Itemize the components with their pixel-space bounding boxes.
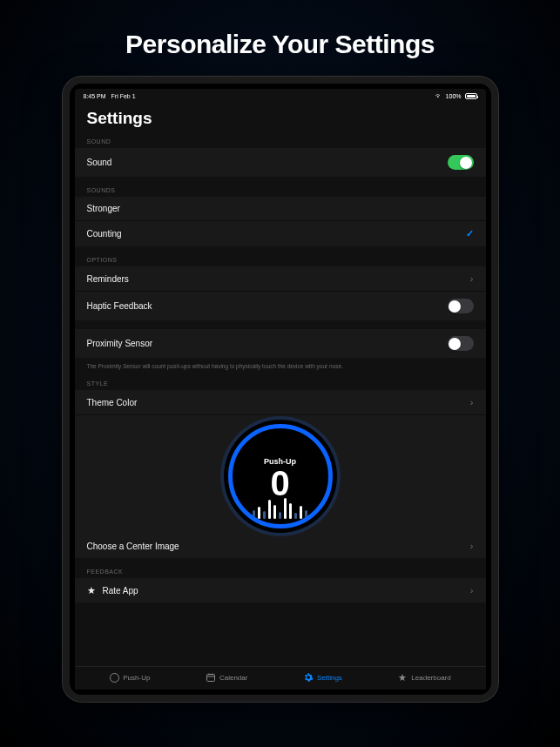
section-header-sounds: SOUNDS	[75, 178, 486, 197]
section-header-style: STYLE	[75, 372, 486, 390]
hero-title: Personalize Your Settings	[0, 0, 560, 77]
row-theme-color[interactable]: Theme Color ›	[75, 390, 486, 415]
ring-icon	[109, 672, 119, 683]
checkmark-icon: ✓	[466, 228, 474, 239]
row-sound-option-counting[interactable]: Counting ✓	[75, 221, 486, 246]
chevron-right-icon: ›	[470, 397, 474, 407]
svg-rect-0	[206, 675, 214, 682]
battery-pct: 100%	[446, 93, 462, 99]
row-label: Stronger	[87, 204, 120, 213]
widget-bars	[233, 493, 328, 519]
row-label: Theme Color	[87, 398, 138, 407]
row-label: Proximity Sensor	[87, 339, 153, 348]
tab-label: Push-Up	[123, 674, 150, 682]
chevron-right-icon: ›	[470, 585, 474, 596]
status-date: Fri Feb 1	[111, 93, 136, 99]
row-label: Rate App	[103, 586, 138, 596]
section-header-feedback: FEEDBACK	[75, 560, 486, 578]
pushup-counter-widget: Push-Up 0	[228, 424, 333, 528]
page-title: Settings	[75, 102, 486, 133]
tab-label: Settings	[317, 674, 342, 682]
row-label: Choose a Center Image	[87, 542, 179, 551]
toggle-sound[interactable]	[448, 155, 474, 170]
row-proximity[interactable]: Proximity Sensor	[75, 329, 486, 358]
status-bar: 8:45 PM Fri Feb 1 ᯤ 100%	[75, 89, 486, 102]
tab-leaderboard[interactable]: ★ Leaderboard	[397, 672, 450, 683]
tab-label: Leaderboard	[411, 674, 450, 682]
chevron-right-icon: ›	[470, 273, 474, 284]
battery-icon	[465, 93, 477, 99]
star-icon: ★	[397, 672, 408, 683]
section-header-options: OPTIONS	[75, 248, 486, 266]
app-screen: 8:45 PM Fri Feb 1 ᯤ 100% Settings SOUND …	[75, 89, 486, 690]
row-reminders[interactable]: Reminders ›	[75, 266, 486, 292]
row-label: Sound	[87, 158, 112, 167]
settings-content: SOUND Sound SOUNDS Stronger Counting ✓ O…	[75, 133, 486, 666]
tab-label: Calendar	[219, 674, 247, 682]
row-rate-app[interactable]: ★ Rate App ›	[75, 578, 486, 602]
calendar-icon	[206, 672, 216, 683]
row-label: Reminders	[87, 274, 129, 284]
center-widget-preview: Push-Up 0	[75, 415, 486, 534]
toggle-proximity[interactable]	[448, 336, 474, 351]
section-header-sound: SOUND	[75, 133, 486, 148]
star-icon: ★	[87, 586, 96, 596]
row-sound[interactable]: Sound	[75, 148, 486, 177]
row-label: Haptic Feedback	[87, 301, 152, 311]
status-time: 8:45 PM	[84, 93, 106, 99]
gear-icon	[303, 672, 314, 683]
proximity-note: The Proximity Sensor will count push-ups…	[75, 360, 486, 372]
tab-pushup[interactable]: Push-Up	[109, 672, 150, 683]
row-label: Counting	[87, 229, 122, 239]
row-haptic[interactable]: Haptic Feedback	[75, 292, 486, 320]
tab-settings[interactable]: Settings	[303, 672, 342, 683]
chevron-right-icon: ›	[470, 541, 474, 551]
row-center-image[interactable]: Choose a Center Image ›	[75, 534, 486, 558]
tab-calendar[interactable]: Calendar	[206, 672, 247, 683]
wifi-icon: ᯤ	[435, 92, 442, 100]
tab-bar: Push-Up Calendar Settings ★ Leaderboard	[75, 666, 486, 690]
ipad-frame: 8:45 PM Fri Feb 1 ᯤ 100% Settings SOUND …	[63, 77, 498, 702]
toggle-haptic[interactable]	[448, 299, 474, 313]
row-sound-option-stronger[interactable]: Stronger	[75, 197, 486, 221]
